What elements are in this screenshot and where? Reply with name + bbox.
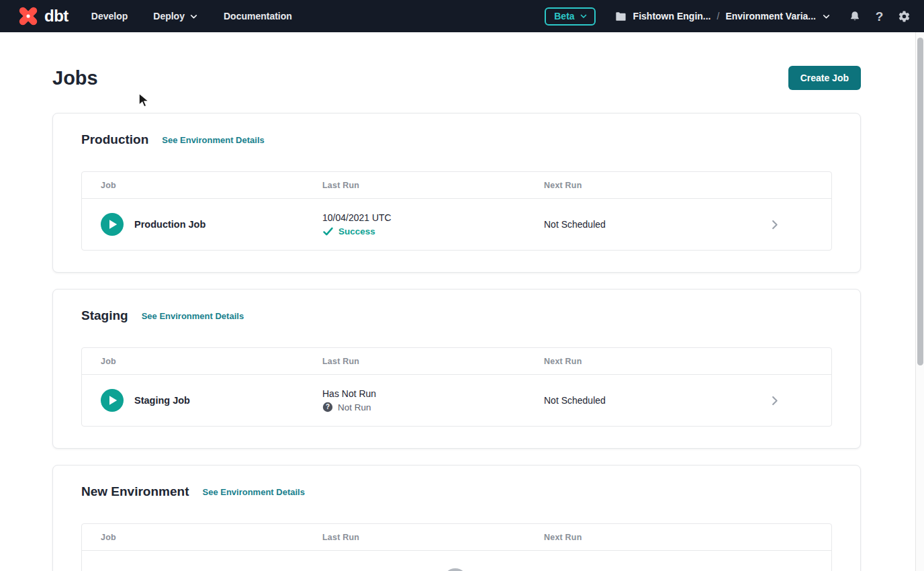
job-name: Production Job (134, 219, 205, 230)
see-environment-details-link[interactable]: See Environment Details (162, 135, 264, 145)
nav-icon-group: ? (848, 10, 911, 23)
column-header-last-run: Last Run (322, 181, 544, 190)
job-row-staging[interactable]: Staging Job Has Not Run ? Not Run Not Sc… (82, 375, 831, 426)
chevron-down-icon (580, 12, 588, 20)
environment-name: New Environment (81, 484, 189, 499)
nav-right: Beta Fishtown Engin... / Environment Var… (545, 7, 911, 26)
column-header-next-run: Next Run (544, 181, 768, 190)
help-icon[interactable]: ? (873, 10, 886, 23)
chevron-right-icon[interactable] (768, 218, 781, 231)
nav-item-deploy[interactable]: Deploy (153, 11, 198, 21)
vertical-scrollbar[interactable] (915, 32, 924, 571)
environment-card-production: Production See Environment Details Job L… (52, 113, 861, 273)
bell-icon[interactable] (848, 10, 861, 23)
chevron-right-icon[interactable] (768, 394, 781, 407)
question-circle-icon: ? (442, 567, 469, 571)
breadcrumb-separator: / (717, 11, 720, 21)
breadcrumb[interactable]: Fishtown Engin... / Environment Varia... (614, 10, 831, 23)
main-content: Jobs Create Job Production See Environme… (52, 32, 861, 571)
table-header-row: Job Last Run Next Run (82, 172, 831, 199)
scrollbar-thumb[interactable] (917, 38, 923, 365)
nav-item-develop[interactable]: Develop (91, 11, 128, 21)
column-header-next-run: Next Run (544, 357, 768, 366)
column-header-last-run: Last Run (322, 533, 544, 542)
next-run-value: Not Scheduled (544, 395, 768, 406)
next-run-value: Not Scheduled (544, 219, 768, 230)
status-text: Not Run (338, 402, 371, 412)
create-job-button[interactable]: Create Job (788, 66, 861, 90)
environment-name: Production (81, 132, 148, 147)
breadcrumb-project[interactable]: Fishtown Engin... (633, 11, 711, 21)
column-header-job: Job (101, 533, 322, 542)
last-run-date: Has Not Run (322, 388, 544, 399)
last-run-status: Success (322, 226, 544, 237)
page-title: Jobs (52, 67, 98, 89)
dbt-logo-icon (16, 4, 40, 28)
last-run-date: 10/04/2021 UTC (322, 212, 544, 223)
jobs-table: Job Last Run Next Run ? (81, 523, 832, 571)
column-header-next-run: Next Run (544, 533, 768, 542)
play-button[interactable] (101, 389, 124, 412)
nav-links: Develop Deploy Documentation (91, 11, 292, 21)
gear-icon[interactable] (898, 10, 911, 23)
empty-jobs-state: ? (82, 551, 831, 571)
jobs-table: Job Last Run Next Run Staging Job Has No… (81, 347, 832, 427)
column-header-last-run: Last Run (322, 357, 544, 366)
see-environment-details-link[interactable]: See Environment Details (202, 487, 304, 497)
nav-item-documentation[interactable]: Documentation (224, 11, 292, 21)
beta-dropdown[interactable]: Beta (545, 7, 595, 26)
brand-name: dbt (44, 7, 68, 26)
table-header-row: Job Last Run Next Run (82, 348, 831, 375)
job-row-production[interactable]: Production Job 10/04/2021 UTC Success No… (82, 199, 831, 250)
last-run-status: ? Not Run (322, 402, 544, 412)
environment-name: Staging (81, 308, 128, 323)
column-header-job: Job (101, 181, 322, 190)
beta-label: Beta (554, 11, 574, 21)
dbt-logo[interactable]: dbt (16, 4, 68, 28)
environment-card-staging: Staging See Environment Details Job Last… (52, 289, 861, 449)
environment-card-new-environment: New Environment See Environment Details … (52, 465, 861, 571)
table-header-row: Job Last Run Next Run (82, 524, 831, 551)
chevron-down-icon (189, 12, 198, 21)
play-button[interactable] (101, 213, 124, 236)
svg-text:?: ? (326, 403, 330, 410)
status-text: Success (338, 226, 375, 236)
breadcrumb-page[interactable]: Environment Varia... (725, 11, 816, 21)
top-nav: dbt Develop Deploy Documentation Beta Fi… (0, 0, 924, 32)
check-icon (322, 226, 334, 237)
see-environment-details-link[interactable]: See Environment Details (142, 311, 244, 321)
column-header-job: Job (101, 357, 322, 366)
jobs-table: Job Last Run Next Run Production Job 10/… (81, 171, 832, 251)
question-circle-icon: ? (322, 402, 333, 412)
chevron-down-icon (822, 12, 831, 21)
folder-icon (614, 10, 627, 23)
page-header: Jobs Create Job (52, 32, 861, 90)
job-name: Staging Job (134, 395, 190, 406)
